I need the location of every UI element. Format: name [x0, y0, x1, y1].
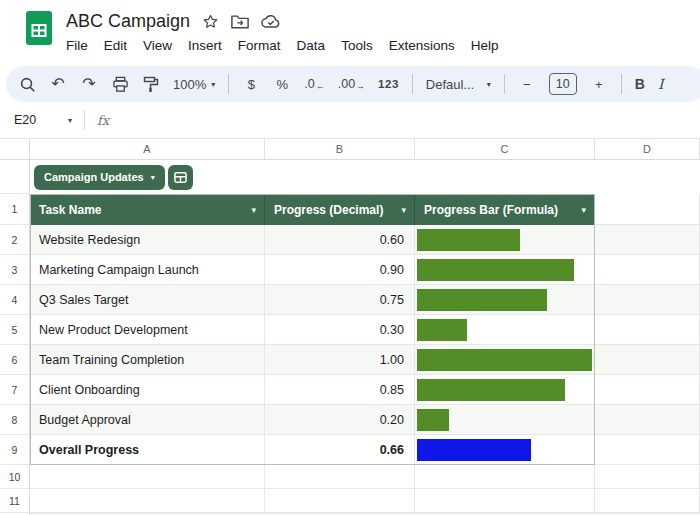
redo-icon[interactable]: ↷: [80, 76, 98, 92]
task-cell[interactable]: Overall Progress: [30, 435, 265, 465]
menu-format[interactable]: Format: [230, 36, 289, 55]
row-header-3[interactable]: 3: [0, 255, 30, 285]
empty-cell[interactable]: [595, 513, 700, 514]
bold-button[interactable]: B: [635, 76, 645, 92]
bar-cell[interactable]: [415, 225, 595, 255]
increase-decimal-button[interactable]: .00 →: [338, 77, 365, 91]
bar-cell[interactable]: [415, 255, 595, 285]
empty-cell[interactable]: [30, 465, 265, 489]
empty-cell[interactable]: [595, 345, 700, 375]
column-header-c[interactable]: C: [415, 139, 595, 160]
percent-format-button[interactable]: %: [273, 77, 291, 92]
name-box[interactable]: E20 ▾: [14, 113, 72, 127]
task-cell[interactable]: Q3 Sales Target: [30, 285, 265, 315]
column-header-d[interactable]: D: [595, 139, 700, 160]
column-header-b[interactable]: B: [265, 139, 415, 160]
empty-cell[interactable]: [595, 285, 700, 315]
select-all-corner[interactable]: [0, 139, 30, 160]
menu-extensions[interactable]: Extensions: [381, 36, 463, 55]
bar-cell[interactable]: [415, 285, 595, 315]
table-menu-button[interactable]: [168, 165, 193, 190]
table-header-progress-bar[interactable]: Progress Bar (Formula) ▾: [415, 194, 595, 225]
number-format-button[interactable]: 123: [378, 78, 399, 90]
empty-cell[interactable]: [595, 435, 700, 465]
search-icon[interactable]: [18, 76, 36, 93]
formula-input[interactable]: [109, 102, 700, 138]
paint-format-icon[interactable]: [142, 76, 160, 93]
italic-button[interactable]: I: [658, 76, 664, 92]
empty-cell[interactable]: [595, 405, 700, 435]
value-cell[interactable]: 0.30: [265, 315, 415, 345]
empty-cell[interactable]: [30, 489, 265, 513]
document-title[interactable]: ABC Campaign: [66, 11, 190, 32]
value-cell[interactable]: 1.00: [265, 345, 415, 375]
row-header-10[interactable]: 10: [0, 465, 30, 489]
decrease-decimal-button[interactable]: .0 ←: [304, 77, 324, 91]
menu-file[interactable]: File: [58, 36, 96, 55]
empty-cell[interactable]: [595, 194, 700, 225]
menu-help[interactable]: Help: [463, 36, 507, 55]
table-name-chip[interactable]: Campaign Updates ▾: [34, 165, 165, 190]
bar-cell[interactable]: [415, 345, 595, 375]
task-cell[interactable]: Client Onboarding: [30, 375, 265, 405]
bar-cell[interactable]: [415, 435, 595, 465]
row-header-6[interactable]: 6: [0, 345, 30, 375]
empty-cell[interactable]: [415, 513, 595, 514]
currency-format-button[interactable]: $: [242, 77, 260, 92]
bar-cell[interactable]: [415, 375, 595, 405]
print-icon[interactable]: [111, 76, 129, 93]
menu-data[interactable]: Data: [289, 36, 334, 55]
star-icon[interactable]: [202, 13, 219, 30]
empty-cell[interactable]: [595, 465, 700, 489]
table-header-task-name[interactable]: Task Name ▾: [30, 194, 265, 225]
empty-cell[interactable]: [30, 513, 265, 514]
undo-icon[interactable]: ↶: [49, 76, 67, 92]
row-header-1[interactable]: 1: [0, 194, 30, 225]
decrease-font-size-button[interactable]: −: [518, 77, 536, 92]
value-cell[interactable]: 0.90: [265, 255, 415, 285]
empty-cell[interactable]: [595, 255, 700, 285]
row-header-4[interactable]: 4: [0, 285, 30, 315]
menu-view[interactable]: View: [135, 36, 180, 55]
row-header-11[interactable]: 11: [0, 489, 30, 513]
column-header-a[interactable]: A: [30, 139, 265, 160]
value-cell[interactable]: 0.66: [265, 435, 415, 465]
task-cell[interactable]: Marketing Campaign Launch: [30, 255, 265, 285]
cloud-status-icon[interactable]: [261, 14, 281, 29]
value-cell[interactable]: 0.85: [265, 375, 415, 405]
empty-cell[interactable]: [595, 225, 700, 255]
bar-cell[interactable]: [415, 405, 595, 435]
move-to-folder-icon[interactable]: [231, 14, 249, 29]
value-cell[interactable]: 0.20: [265, 405, 415, 435]
empty-cell[interactable]: [265, 465, 415, 489]
font-size-input[interactable]: 10: [549, 73, 577, 95]
empty-cell[interactable]: [595, 489, 700, 513]
value-cell[interactable]: 0.60: [265, 225, 415, 255]
task-cell[interactable]: Website Redesign: [30, 225, 265, 255]
row-header-8[interactable]: 8: [0, 405, 30, 435]
row-header-9[interactable]: 9: [0, 435, 30, 465]
zoom-selector[interactable]: 100% ▾: [173, 77, 215, 92]
empty-cell[interactable]: [265, 489, 415, 513]
menu-tools[interactable]: Tools: [333, 36, 381, 55]
sheets-logo-icon[interactable]: [26, 11, 52, 45]
task-cell[interactable]: New Product Development: [30, 315, 265, 345]
menu-edit[interactable]: Edit: [96, 36, 135, 55]
empty-cell[interactable]: [415, 465, 595, 489]
empty-cell[interactable]: [595, 315, 700, 345]
task-cell[interactable]: Budget Approval: [30, 405, 265, 435]
font-selector[interactable]: Defaul... ▾: [426, 77, 491, 92]
row-header-5[interactable]: 5: [0, 315, 30, 345]
bar-cell[interactable]: [415, 315, 595, 345]
task-cell[interactable]: Team Training Completion: [30, 345, 265, 375]
increase-font-size-button[interactable]: +: [590, 77, 608, 92]
row-header-7[interactable]: 7: [0, 375, 30, 405]
menu-insert[interactable]: Insert: [180, 36, 230, 55]
empty-cell[interactable]: [595, 375, 700, 405]
value-cell[interactable]: 0.75: [265, 285, 415, 315]
table-header-progress-decimal[interactable]: Progress (Decimal) ▾: [265, 194, 415, 225]
chevron-down-icon: ▾: [68, 116, 72, 125]
empty-cell[interactable]: [415, 489, 595, 513]
row-header-2[interactable]: 2: [0, 225, 30, 255]
empty-cell[interactable]: [265, 513, 415, 514]
